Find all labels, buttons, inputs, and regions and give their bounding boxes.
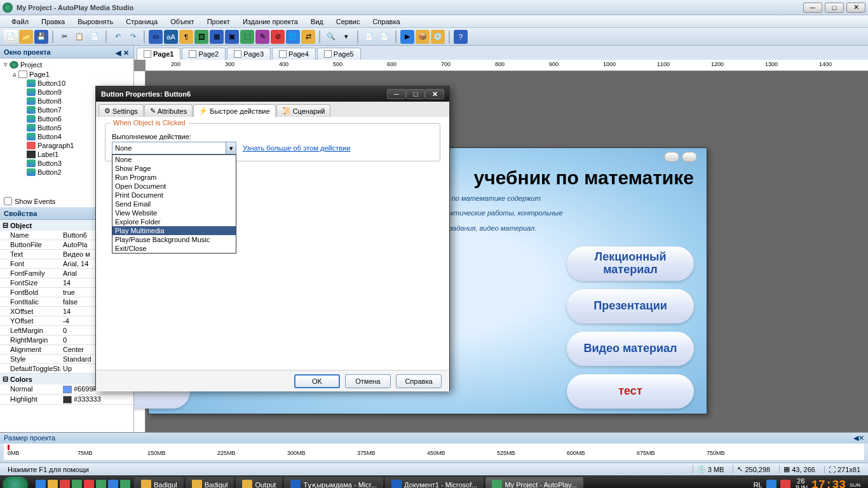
- panel-close-icon[interactable]: ✕: [123, 49, 130, 55]
- dialog-titlebar[interactable]: Button Properties: Button6 ─ □ ✕: [96, 86, 449, 102]
- undo-icon[interactable]: ↶: [111, 30, 125, 44]
- menu-view[interactable]: Вид: [306, 17, 329, 27]
- tray-clock[interactable]: 17:33: [811, 478, 846, 488]
- tool-paragraph-icon[interactable]: ¶: [179, 30, 193, 44]
- tree-root[interactable]: ▿Project: [1, 60, 132, 69]
- tool-input-icon[interactable]: ✎: [255, 30, 269, 44]
- dropdown-item[interactable]: Run Program: [112, 173, 236, 182]
- tool-web-icon[interactable]: 🌐: [286, 30, 300, 44]
- new-icon[interactable]: 📄: [4, 30, 18, 44]
- dialog-tab-attributes[interactable]: ✎Attributes: [144, 104, 193, 117]
- tree-page[interactable]: ▵Page1: [1, 69, 132, 79]
- dialog-maximize-button[interactable]: □: [406, 89, 425, 99]
- canvas-close-icon[interactable]: [682, 152, 697, 162]
- panel-collapse-icon[interactable]: ◀: [853, 434, 858, 442]
- prop-row-color[interactable]: Highlight#333333: [0, 395, 133, 405]
- show-events-checkbox[interactable]: [4, 197, 12, 205]
- help-icon[interactable]: ?: [454, 30, 468, 44]
- page-tab[interactable]: Page4: [272, 48, 316, 60]
- page-add-icon[interactable]: 📄: [362, 30, 376, 44]
- menu-align[interactable]: Выровнять: [72, 17, 118, 27]
- close-button[interactable]: ✕: [846, 3, 865, 13]
- tray-antivirus-icon[interactable]: [780, 480, 790, 488]
- dropdown-item[interactable]: Open Document: [112, 182, 236, 191]
- cancel-button[interactable]: Отмена: [345, 374, 391, 388]
- canvas-subtitle[interactable]: ебник по математике содержит л, практиче…: [431, 190, 685, 234]
- start-button[interactable]: [3, 477, 28, 488]
- ql-desktop-icon[interactable]: [48, 480, 58, 488]
- zoom-dropdown-icon[interactable]: ▾: [339, 30, 353, 44]
- canvas-button-test[interactable]: тест: [567, 374, 694, 409]
- ql-excel-icon[interactable]: [96, 480, 106, 488]
- save-icon[interactable]: 💾: [34, 30, 48, 44]
- ql-opera-icon[interactable]: [60, 480, 70, 488]
- ql-ie-icon[interactable]: [36, 480, 46, 488]
- menu-page[interactable]: Страница: [121, 17, 163, 27]
- menu-edit[interactable]: Правка: [36, 17, 70, 27]
- copy-icon[interactable]: 📋: [72, 30, 86, 44]
- canvas-min-icon[interactable]: [664, 152, 679, 162]
- canvas-button[interactable]: Видео материал: [567, 332, 694, 366]
- minimize-button[interactable]: ─: [803, 3, 822, 13]
- redo-icon[interactable]: ↷: [126, 30, 140, 44]
- dropdown-item[interactable]: Show Page: [112, 164, 236, 173]
- taskbar-item[interactable]: Output: [236, 477, 282, 488]
- tool-listbox-icon[interactable]: ⊘: [271, 30, 285, 44]
- open-icon[interactable]: 📂: [19, 30, 33, 44]
- dropdown-item[interactable]: Send Email: [112, 200, 236, 208]
- canvas-title[interactable]: учебник по математике: [474, 167, 694, 189]
- taskbar-item[interactable]: Badigul: [186, 477, 234, 488]
- page-tab[interactable]: Page5: [317, 48, 361, 60]
- dropdown-item[interactable]: Play/Pause Background Music: [112, 235, 236, 244]
- tray-icon[interactable]: [766, 480, 776, 488]
- page-tab[interactable]: Page3: [227, 48, 271, 60]
- taskbar-item[interactable]: Документ1 - Microsof...: [385, 477, 484, 488]
- menu-project[interactable]: Проект: [202, 17, 235, 27]
- ql-utorrent-icon[interactable]: [120, 480, 130, 488]
- dropdown-item-selected[interactable]: Play Multimedia: [112, 226, 236, 235]
- preview-icon[interactable]: ▶: [400, 30, 414, 44]
- chevron-down-icon[interactable]: ▾: [226, 142, 236, 154]
- tool-video-icon[interactable]: ▣: [225, 30, 239, 44]
- page-remove-icon[interactable]: 📄: [377, 30, 391, 44]
- dialog-minimize-button[interactable]: ─: [387, 89, 406, 99]
- tool-flash-icon[interactable]: ▦: [210, 30, 224, 44]
- page-tab[interactable]: Page2: [182, 48, 226, 60]
- paste-icon[interactable]: 📄: [88, 30, 102, 44]
- taskbar-item-active[interactable]: My Project - AutoPlay...: [485, 477, 583, 488]
- dropdown-item[interactable]: Explore Folder: [112, 217, 236, 226]
- tool-label-icon[interactable]: aA: [164, 30, 178, 44]
- tool-image-icon[interactable]: 🖼: [194, 30, 208, 44]
- page-tab[interactable]: Page1: [137, 48, 180, 60]
- dialog-tab-settings[interactable]: ⚙Settings: [98, 104, 144, 117]
- tool-button-icon[interactable]: ▭: [149, 30, 163, 44]
- menu-publish[interactable]: Издание проекта: [238, 17, 303, 27]
- taskbar-item[interactable]: Badigul: [135, 477, 184, 488]
- menu-object[interactable]: Объект: [165, 17, 199, 27]
- dialog-tab-script[interactable]: 📜Сценарий: [276, 104, 331, 117]
- canvas-button[interactable]: Презентации: [567, 289, 694, 323]
- menu-service[interactable]: Сервис: [331, 17, 365, 27]
- dropdown-item[interactable]: Print Document: [112, 191, 236, 200]
- cut-icon[interactable]: ✂: [57, 30, 71, 44]
- action-combobox[interactable]: None ▾ None Show Page Run Program Open D…: [112, 142, 236, 154]
- dropdown-item[interactable]: None: [112, 155, 236, 164]
- panel-close-icon[interactable]: ✕: [858, 434, 864, 442]
- tool-tree-icon[interactable]: ⇄: [301, 30, 315, 44]
- tray-lang[interactable]: RL: [754, 481, 763, 488]
- menu-file[interactable]: Файл: [6, 17, 34, 27]
- taskbar-item[interactable]: Тұқырымдама - Micr...: [284, 477, 383, 488]
- menu-help[interactable]: Справка: [367, 17, 405, 27]
- maximize-button[interactable]: □: [825, 3, 844, 13]
- ql-reader-icon[interactable]: [84, 480, 94, 488]
- panel-collapse-icon[interactable]: ◀: [116, 49, 122, 55]
- ql-app2-icon[interactable]: [108, 480, 118, 488]
- dropdown-item[interactable]: View Website: [112, 208, 236, 217]
- build-icon[interactable]: 📦: [416, 30, 430, 44]
- tool-hotspot-icon[interactable]: ⬚: [240, 30, 254, 44]
- help-button[interactable]: Справка: [396, 374, 442, 388]
- dialog-tab-quickaction[interactable]: ⚡Быстрое действие: [193, 104, 275, 117]
- publish-icon[interactable]: 💿: [431, 30, 445, 44]
- ok-button[interactable]: OK: [294, 374, 340, 388]
- dialog-close-button[interactable]: ✕: [425, 89, 444, 99]
